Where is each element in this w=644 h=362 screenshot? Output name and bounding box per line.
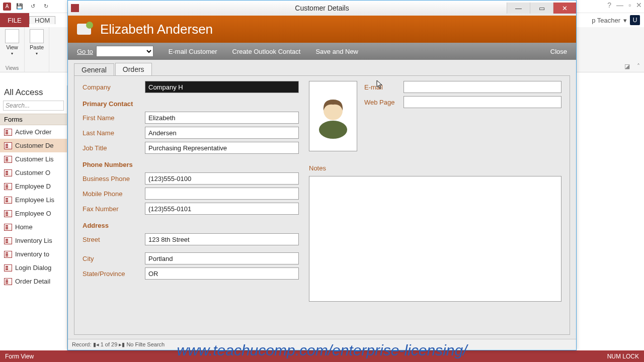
paste-button-label: Paste bbox=[30, 44, 44, 50]
form-action-bar: Go to E-mail Customer Create Outlook Con… bbox=[68, 43, 576, 60]
form-icon bbox=[4, 264, 12, 272]
tab-strip: General Orders bbox=[68, 60, 576, 75]
nav-item[interactable]: Customer Lis bbox=[0, 152, 67, 166]
nav-item[interactable]: Inventory Lis bbox=[0, 234, 67, 247]
nav-item[interactable]: Order Detail bbox=[0, 275, 67, 288]
outer-help-icon[interactable]: ? bbox=[607, 1, 611, 9]
last-name-label: Last Name bbox=[83, 129, 145, 137]
nav-item-label: Login Dialog bbox=[15, 264, 51, 272]
webpage-label: Web Page bbox=[364, 99, 404, 106]
nav-item[interactable]: Employee Lis bbox=[0, 193, 67, 207]
outer-restore-icon[interactable]: ▫ bbox=[628, 1, 631, 9]
section-primary-contact: Primary Contact bbox=[83, 100, 299, 108]
nav-item[interactable]: Employee O bbox=[0, 207, 67, 220]
business-phone-label: Business Phone bbox=[83, 175, 145, 183]
state-field[interactable] bbox=[145, 267, 299, 280]
ribbon-group-views-label: Views bbox=[5, 65, 19, 71]
first-name-label: First Name bbox=[83, 114, 145, 122]
fax-number-field[interactable] bbox=[145, 203, 299, 215]
window-app-icon bbox=[71, 4, 79, 12]
save-and-new-link[interactable]: Save and New bbox=[315, 48, 358, 55]
navigation-pane: All Access Search... Forms Active OrderC… bbox=[0, 85, 67, 350]
outer-close-icon[interactable]: ✕ bbox=[636, 1, 642, 9]
goto-label: Go to bbox=[77, 48, 93, 55]
nav-item[interactable]: Customer De bbox=[0, 139, 67, 152]
customer-name-heading: Elizabeth Andersen bbox=[100, 22, 213, 37]
teacher-menu[interactable]: p Teacher bbox=[592, 17, 620, 24]
qat-undo-icon[interactable]: ↺ bbox=[28, 2, 37, 11]
window-min-button[interactable]: — bbox=[507, 3, 530, 14]
qat-save-icon[interactable]: 💾 bbox=[15, 2, 24, 11]
form-icon bbox=[4, 278, 12, 285]
section-phone-numbers: Phone Numbers bbox=[83, 161, 299, 168]
tab-orders[interactable]: Orders bbox=[115, 63, 152, 75]
access-logo-icon: A bbox=[3, 3, 11, 11]
nav-item-label: Customer Lis bbox=[15, 155, 54, 163]
create-outlook-contact-link[interactable]: Create Outlook Contact bbox=[232, 48, 301, 55]
form-header: Elizabeth Andersen bbox=[68, 16, 576, 43]
nav-item-label: Customer O bbox=[15, 169, 50, 176]
notes-label: Notes bbox=[309, 164, 561, 172]
section-address: Address bbox=[83, 222, 299, 229]
window-close-button[interactable]: ✕ bbox=[553, 3, 576, 14]
contact-photo[interactable] bbox=[309, 81, 357, 151]
dialog-launcher-icon[interactable]: ◪ bbox=[624, 63, 630, 70]
form-icon bbox=[4, 142, 12, 149]
nav-item[interactable]: Employee D bbox=[0, 179, 67, 193]
email-label: E-mail bbox=[364, 83, 404, 91]
goto-select[interactable] bbox=[96, 46, 153, 57]
street-field[interactable] bbox=[145, 233, 299, 245]
job-title-label: Job Title bbox=[83, 144, 145, 152]
email-customer-link[interactable]: E-mail Customer bbox=[169, 48, 217, 55]
mobile-phone-field[interactable] bbox=[145, 188, 299, 200]
business-phone-field[interactable] bbox=[145, 172, 299, 185]
record-navigator[interactable]: Record: ▮◂ 1 of 29 ▸▮ No Filte Search bbox=[68, 339, 576, 350]
qat-redo-icon[interactable]: ↻ bbox=[41, 2, 50, 11]
nav-item-label: Employee Lis bbox=[15, 196, 54, 204]
nav-item[interactable]: Home bbox=[0, 220, 67, 234]
company-field[interactable] bbox=[145, 81, 299, 93]
nav-pane-title: All Access bbox=[0, 85, 67, 100]
nav-item-label: Active Order bbox=[15, 128, 51, 136]
u-badge-icon: U bbox=[630, 15, 640, 25]
window-title: Customer Details bbox=[68, 4, 576, 12]
nav-item[interactable]: Inventory to bbox=[0, 247, 67, 261]
form-icon bbox=[4, 197, 12, 204]
form-icon bbox=[4, 169, 12, 176]
city-field[interactable] bbox=[145, 252, 299, 264]
nav-search-input[interactable]: Search... bbox=[3, 101, 64, 111]
mobile-phone-label: Mobile Phone bbox=[83, 190, 145, 198]
view-button[interactable]: View▾ bbox=[5, 29, 19, 56]
last-name-field[interactable] bbox=[145, 127, 299, 139]
nav-item[interactable]: Customer O bbox=[0, 166, 67, 179]
state-label: State/Province bbox=[83, 270, 145, 278]
outer-window-controls: ? — ▫ ✕ bbox=[607, 1, 642, 9]
tab-general[interactable]: General bbox=[74, 63, 114, 76]
nav-item[interactable]: Active Order bbox=[0, 125, 67, 139]
nav-category-forms[interactable]: Forms bbox=[0, 114, 67, 125]
nav-item-label: Employee D bbox=[15, 183, 51, 190]
form-icon bbox=[4, 183, 12, 190]
view-button-label: View bbox=[6, 44, 18, 50]
webpage-field[interactable] bbox=[404, 96, 561, 108]
email-field[interactable] bbox=[404, 81, 561, 93]
paste-button[interactable]: Paste▾ bbox=[30, 29, 44, 56]
first-name-field[interactable] bbox=[145, 112, 299, 124]
svg-point-0 bbox=[319, 121, 347, 139]
home-tab[interactable]: HOM bbox=[29, 16, 55, 24]
nav-item-label: Home bbox=[15, 223, 33, 231]
nav-item[interactable]: Login Dialog bbox=[0, 261, 67, 275]
window-max-button[interactable]: ▭ bbox=[530, 3, 553, 14]
ribbon-collapse-icon[interactable]: ˄ bbox=[637, 63, 640, 70]
close-form-link[interactable]: Close bbox=[550, 48, 567, 55]
window-titlebar[interactable]: Customer Details — ▭ ✕ bbox=[68, 1, 576, 16]
job-title-field[interactable] bbox=[145, 142, 299, 154]
file-tab[interactable]: FILE bbox=[0, 13, 29, 27]
city-label: City bbox=[83, 255, 145, 262]
nav-item-label: Order Detail bbox=[15, 278, 50, 285]
notes-field[interactable] bbox=[309, 176, 561, 302]
outer-min-icon[interactable]: — bbox=[616, 1, 623, 9]
tab-general-body: Company Primary Contact First Name Last … bbox=[74, 75, 570, 335]
form-icon bbox=[4, 129, 12, 136]
status-left: Form View bbox=[5, 353, 34, 360]
